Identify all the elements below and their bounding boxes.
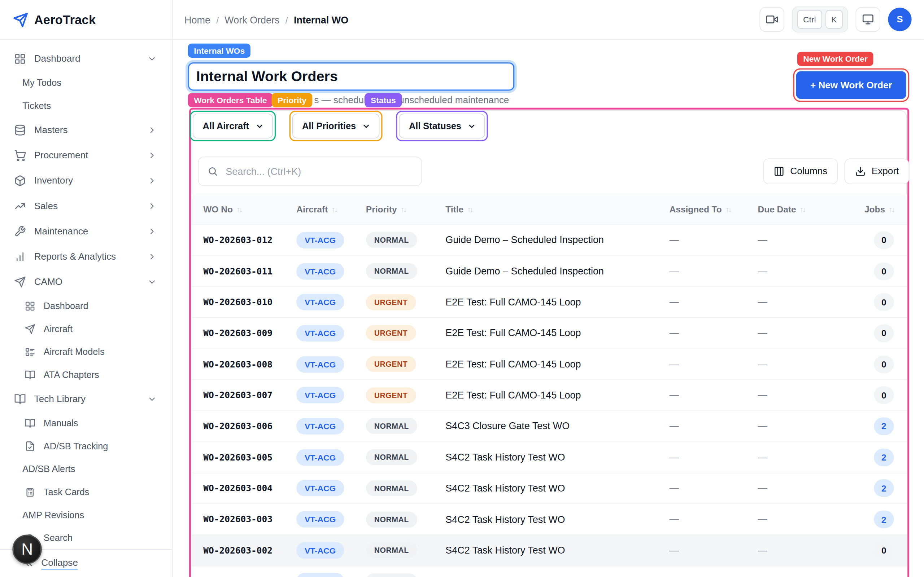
sidebar-item-tech-library[interactable]: Tech Library	[0, 386, 172, 411]
all-statuses-select[interactable]: All Statuses	[399, 114, 485, 139]
sidebar-item-label: Task Cards	[44, 487, 89, 497]
book-icon	[25, 417, 36, 428]
nextjs-dev-badge[interactable]: N	[12, 534, 42, 564]
sidebar-item-task-cards[interactable]: Task Cards	[0, 480, 172, 503]
due-date-cell: —	[758, 545, 767, 555]
all-statuses-annotation-outline: All Statuses	[396, 111, 488, 141]
annotation-priority: Priority	[272, 93, 313, 107]
table-row[interactable]: WO-202603-009VT-ACGURGENTE2E Test: Full …	[192, 318, 907, 348]
search-input[interactable]	[225, 157, 421, 185]
table-row[interactable]: WO-202603-003VT-ACGNORMALS4C2 Task Histo…	[192, 503, 907, 534]
plane-icon	[14, 276, 26, 288]
sidebar-item-sales[interactable]: Sales	[0, 193, 172, 218]
table-row[interactable]: WO-202603-011VT-ACGNORMALGuide Demo – Sc…	[192, 255, 907, 286]
sidebar-item-label: Aircraft Models	[44, 347, 105, 357]
command-palette-shortcut[interactable]: Ctrl K	[792, 6, 848, 32]
table-row[interactable]: WO-202603-006VT-ACGNORMALS4C3 Closure Ga…	[192, 410, 907, 442]
chevron-down-icon	[362, 121, 370, 130]
breadcrumb-home[interactable]: Home	[184, 15, 210, 26]
new-work-order-button[interactable]: + New Work Order	[796, 71, 906, 99]
sidebar-item-label: AMP Revisions	[23, 509, 84, 520]
search-icon	[208, 166, 218, 176]
column-header-jobs[interactable]: Jobs↑↓	[864, 205, 894, 214]
due-date-cell: —	[758, 483, 767, 493]
sidebar-item-dashboard[interactable]: Dashboard	[0, 46, 172, 71]
due-date-cell: —	[758, 297, 767, 307]
column-header-wo-no[interactable]: WO No↑↓	[203, 205, 292, 214]
jobs-badge: 0	[874, 262, 894, 280]
column-header-aircraft[interactable]: Aircraft↑↓	[296, 205, 361, 214]
wo-no-cell: WO-202603-010	[203, 297, 273, 307]
table-row[interactable]: WO-202603-004VT-ACGNORMALS4C2 Task Histo…	[192, 472, 907, 503]
table-row[interactable]: WO-202603-007VT-ACGURGENTE2E Test: Full …	[192, 379, 907, 410]
all-aircraft-select[interactable]: All Aircraft	[193, 114, 273, 139]
all-priorities-annotation-outline: All Priorities	[289, 111, 382, 141]
sidebar-item-ad-sb-alerts[interactable]: AD/SB Alerts	[0, 458, 172, 481]
table-row[interactable]: WO-202603-005VT-ACGNORMALS4C2 Task Histo…	[192, 442, 907, 472]
title-cell: S4C3 Closure Gate Test WO	[446, 421, 570, 431]
export-button[interactable]: Export	[845, 158, 909, 184]
table-row[interactable]: WO-202603-012VT-ACGNORMALGuide Demo – Sc…	[192, 224, 907, 255]
column-header-priority[interactable]: Priority↑↓	[366, 205, 441, 214]
columns-button[interactable]: Columns	[763, 158, 838, 184]
sidebar-item-masters[interactable]: Masters	[0, 117, 172, 142]
select-value: All Priorities	[302, 121, 356, 131]
chevron-right-icon	[147, 150, 157, 160]
sidebar-item-procurement[interactable]: Procurement	[0, 142, 172, 168]
grid-icon	[14, 53, 26, 64]
sidebar-item-aircraft[interactable]: Aircraft	[0, 318, 172, 340]
sidebar-item-manuals[interactable]: Manuals	[0, 411, 172, 435]
priority-badge: NORMAL	[366, 232, 417, 248]
annotation-internal-wos: Internal WOs	[188, 44, 251, 58]
title-cell: S4C2 Task History Test WO	[446, 514, 565, 524]
page-subtitle-fragment: unscheduled maintenance	[399, 95, 509, 105]
user-avatar[interactable]: S	[888, 8, 911, 31]
assigned-to-cell: —	[670, 483, 679, 493]
due-date-cell: —	[758, 514, 767, 524]
column-header-assigned-to[interactable]: Assigned To↑↓	[670, 205, 753, 214]
select-value: All Aircraft	[203, 121, 249, 131]
assigned-to-cell: —	[670, 235, 679, 245]
sidebar-item-reports-analytics[interactable]: Reports & Analytics	[0, 244, 172, 269]
sidebar-item-label: Dashboard	[34, 53, 81, 64]
brand-name: AeroTrack	[34, 13, 96, 27]
chevron-right-icon	[147, 176, 157, 185]
priority-badge: NORMAL	[366, 511, 417, 527]
chevron-down-icon	[147, 277, 157, 286]
sidebar-item-ata-chapters[interactable]: ATA Chapters	[0, 363, 172, 386]
sidebar-item-aircraft-models[interactable]: Aircraft Models	[0, 340, 172, 364]
table-row[interactable]: WO-202603-010VT-ACGURGENTE2E Test: Full …	[192, 286, 907, 318]
sidebar-item-my-todos[interactable]: My Todos	[0, 71, 172, 95]
sidebar-item-ad-sb-tracking[interactable]: AD/SB Tracking	[0, 435, 172, 458]
video-button[interactable]	[759, 7, 784, 32]
sidebar-item-amp-revisions[interactable]: AMP Revisions	[0, 503, 172, 527]
search-icon	[208, 166, 218, 176]
table-row[interactable]: WO-202603-002VT-ACGNORMALS4C2 Task Histo…	[192, 534, 907, 566]
column-header-due-date[interactable]: Due Date↑↓	[758, 205, 842, 214]
column-header-title[interactable]: Title↑↓	[446, 205, 664, 214]
annotation-work-orders-table: Work Orders Table	[188, 93, 273, 107]
database-icon	[14, 124, 26, 136]
assigned-to-cell: —	[670, 390, 679, 400]
priority-badge: URGENT	[366, 356, 416, 372]
table-row[interactable]: VT-ACGNORMAL	[192, 566, 907, 577]
sidebar-header: AeroTrack	[0, 0, 172, 40]
all-priorities-select[interactable]: All Priorities	[292, 114, 380, 139]
page-title-annotation-box: Internal Work Orders	[188, 62, 514, 90]
sidebar-item-tickets[interactable]: Tickets	[0, 94, 172, 117]
sidebar-item-dashboard[interactable]: Dashboard	[0, 294, 172, 318]
breadcrumb-work-orders[interactable]: Work Orders	[225, 15, 279, 26]
breadcrumb-internal-wo: Internal WO	[294, 15, 348, 26]
title-cell: E2E Test: Full CAMO-145 Loop	[446, 297, 581, 307]
topbar-actions: Ctrl K S	[759, 6, 911, 32]
sidebar-item-camo[interactable]: CAMO	[0, 269, 172, 294]
monitor-icon	[862, 14, 874, 26]
breadcrumb-separator: /	[216, 15, 219, 25]
due-date-cell: —	[758, 359, 767, 369]
display-button[interactable]	[856, 7, 881, 32]
sidebar-item-inventory[interactable]: Inventory	[0, 168, 172, 193]
aircraft-badge: VT-ACG	[296, 573, 344, 577]
table-row[interactable]: WO-202603-008VT-ACGURGENTE2E Test: Full …	[192, 348, 907, 379]
sidebar-item-maintenance[interactable]: Maintenance	[0, 219, 172, 244]
annotation-status: Status	[365, 93, 402, 107]
